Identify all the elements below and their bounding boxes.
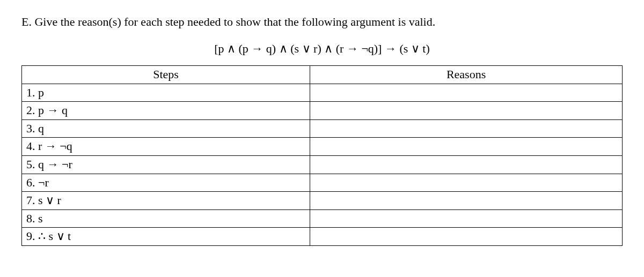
step-cell: 5. q → ¬r [22, 155, 310, 174]
table-row: 9. ∴ s ∨ t [22, 228, 623, 246]
table-row: 2. p → q [22, 102, 623, 120]
table-row: 1. p [22, 84, 623, 102]
header-reasons: Reasons [310, 66, 623, 84]
table-header-row: Steps Reasons [22, 66, 623, 84]
reason-cell [310, 155, 623, 174]
table-row: 5. q → ¬r [22, 155, 623, 174]
step-cell: 2. p → q [22, 102, 310, 120]
argument-formula: [p ∧ (p → q) ∧ (s ∨ r) ∧ (r → ¬q)] → (s … [21, 42, 623, 56]
header-steps: Steps [22, 66, 310, 84]
step-cell: 6. ¬r [22, 174, 310, 192]
step-cell: 8. s [22, 209, 310, 228]
reason-cell [310, 119, 623, 138]
question-prompt: E. Give the reason(s) for each step need… [21, 15, 623, 29]
step-cell: 9. ∴ s ∨ t [22, 228, 310, 246]
step-cell: 7. s ∨ r [22, 192, 310, 210]
reason-cell [310, 174, 623, 192]
reason-cell [310, 102, 623, 120]
step-cell: 1. p [22, 84, 310, 102]
step-cell: 3. q [22, 119, 310, 138]
step-cell: 4. r → ¬q [22, 138, 310, 156]
reason-cell [310, 228, 623, 246]
table-row: 4. r → ¬q [22, 138, 623, 156]
table-row: 7. s ∨ r [22, 192, 623, 210]
proof-table: Steps Reasons 1. p 2. p → q 3. q 4. r → … [21, 65, 623, 246]
reason-cell [310, 138, 623, 156]
reason-cell [310, 84, 623, 102]
table-row: 3. q [22, 119, 623, 138]
table-row: 8. s [22, 209, 623, 228]
reason-cell [310, 192, 623, 210]
reason-cell [310, 209, 623, 228]
table-row: 6. ¬r [22, 174, 623, 192]
